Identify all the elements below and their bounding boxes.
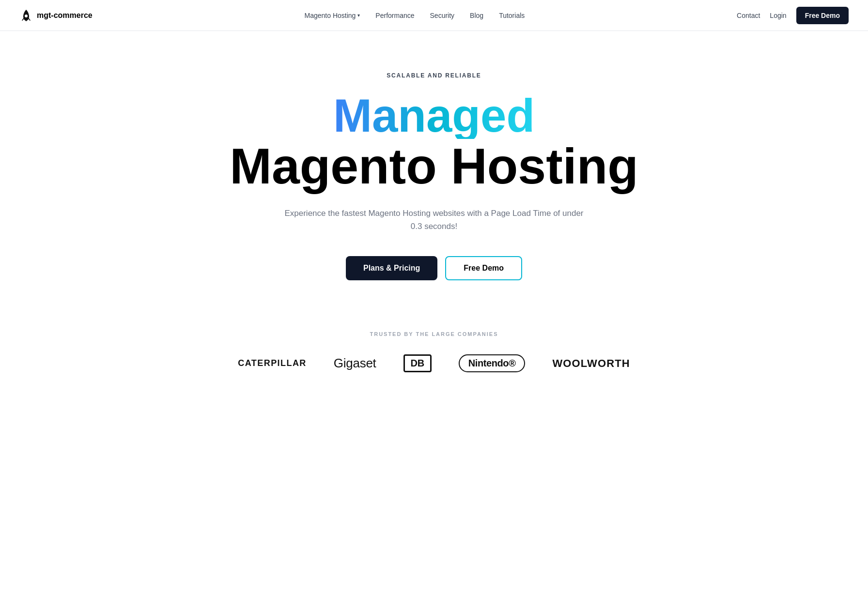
plans-pricing-button[interactable]: Plans & Pricing [346, 256, 437, 280]
logo[interactable]: mgt-commerce [19, 9, 93, 22]
brand-caterpillar: CATERPILLAR [238, 358, 307, 368]
brand-nintendo: Nintendo® [459, 354, 526, 372]
hero-section: SCALABLE AND RELIABLE Managed Magento Ho… [0, 31, 868, 312]
brand-db: DB [403, 354, 432, 372]
contact-link[interactable]: Contact [737, 12, 760, 19]
nav-actions: Contact Login Free Demo [737, 7, 849, 24]
trusted-logos: CATERPILLAR Gigaset DB Nintendo® WOOLWOR… [238, 354, 630, 372]
trusted-label: TRUSTED BY THE LARGE COMPANIES [370, 331, 498, 337]
hero-buttons: Plans & Pricing Free Demo [346, 256, 522, 280]
brand-woolworth: WOOLWORTH [552, 357, 630, 370]
hero-subtitle: SCALABLE AND RELIABLE [387, 72, 481, 79]
chevron-down-icon: ▾ [357, 13, 360, 18]
nav-item-magento-hosting[interactable]: Magento Hosting ▾ [305, 12, 360, 19]
brand-gigaset: Gigaset [334, 356, 376, 371]
hero-description: Experience the fastest Magento Hosting w… [284, 207, 584, 233]
trusted-section: TRUSTED BY THE LARGE COMPANIES CATERPILL… [0, 312, 868, 401]
nav-item-blog[interactable]: Blog [470, 12, 483, 19]
main-nav: mgt-commerce Magento Hosting ▾ Performan… [0, 0, 868, 31]
nav-item-tutorials[interactable]: Tutorials [499, 12, 525, 19]
svg-point-0 [25, 15, 28, 17]
free-demo-nav-button[interactable]: Free Demo [796, 7, 849, 24]
rocket-icon [19, 9, 33, 22]
nav-item-performance[interactable]: Performance [375, 12, 414, 19]
hero-title-hosting: Magento Hosting [230, 141, 638, 191]
free-demo-button[interactable]: Free Demo [445, 256, 522, 280]
logo-text: mgt-commerce [37, 11, 93, 20]
nav-links: Magento Hosting ▾ Performance Security B… [305, 12, 525, 19]
login-link[interactable]: Login [770, 12, 786, 19]
nav-item-security[interactable]: Security [430, 12, 455, 19]
hero-title-managed: Managed [333, 92, 535, 139]
